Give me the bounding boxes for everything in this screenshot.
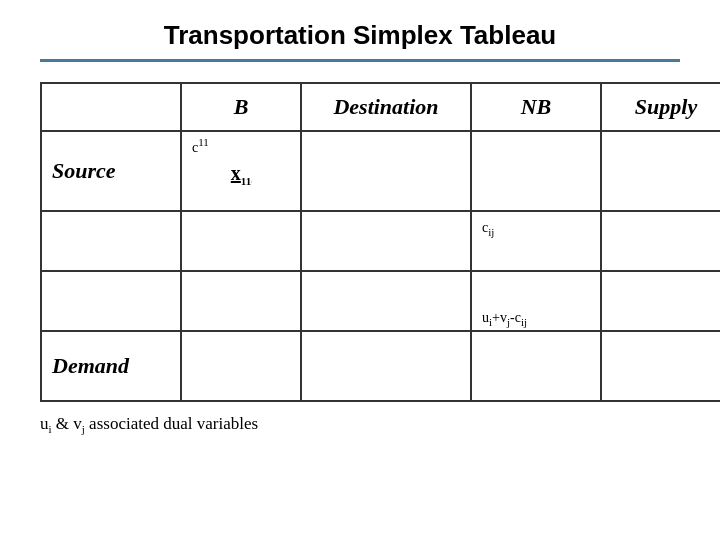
cell-c11: c11 x11 bbox=[181, 131, 301, 211]
source-label: Source bbox=[41, 131, 181, 211]
footer-note: ui & vj associated dual variables bbox=[40, 414, 680, 434]
plus-vj: +v bbox=[492, 310, 507, 325]
minus-cij: -c bbox=[510, 310, 521, 325]
header-empty bbox=[41, 83, 181, 131]
header-destination: Destination bbox=[301, 83, 471, 131]
page-title: Transportation Simplex Tableau bbox=[40, 20, 680, 51]
footer-mid: & v bbox=[52, 414, 82, 433]
cell-supply-row2 bbox=[601, 211, 720, 271]
cell-label-row2 bbox=[41, 211, 181, 271]
cell-b-row3 bbox=[181, 271, 301, 331]
x11-base: x bbox=[231, 162, 241, 184]
table-row-source: Source c11 x11 bbox=[41, 131, 720, 211]
footer-u: u bbox=[40, 414, 49, 433]
x11-sub: 11 bbox=[241, 175, 251, 187]
cell-dest-row3 bbox=[301, 271, 471, 331]
cell-nb-uv: ui+vj-cij bbox=[471, 271, 601, 331]
cell-supply-row1 bbox=[601, 131, 720, 211]
table-header-row: B Destination NB Supply bbox=[41, 83, 720, 131]
title-divider bbox=[40, 59, 680, 62]
cell-b-demand bbox=[181, 331, 301, 401]
cell-nb-demand bbox=[471, 331, 601, 401]
simplex-tableau: B Destination NB Supply Source c11 x11 bbox=[40, 82, 720, 402]
cell-label-row3 bbox=[41, 271, 181, 331]
header-b: B bbox=[181, 83, 301, 131]
footer-end: associated dual variables bbox=[85, 414, 258, 433]
cell-dest-demand bbox=[301, 331, 471, 401]
table-row-demand: Demand bbox=[41, 331, 720, 401]
cij-sub: ij bbox=[488, 226, 494, 238]
cij-sub2: ij bbox=[521, 316, 527, 328]
cell-b-row2 bbox=[181, 211, 301, 271]
cell-nb-row1 bbox=[471, 131, 601, 211]
header-nb: NB bbox=[471, 83, 601, 131]
ui-base: u bbox=[482, 310, 489, 325]
cell-supply-row3 bbox=[601, 271, 720, 331]
cell-dest-row2 bbox=[301, 211, 471, 271]
tableau-table-wrapper: B Destination NB Supply Source c11 x11 bbox=[40, 82, 680, 402]
cell-dest-row1 bbox=[301, 131, 471, 211]
header-supply: Supply bbox=[601, 83, 720, 131]
table-row-uv: ui+vj-cij bbox=[41, 271, 720, 331]
cell-nb-cij: cij bbox=[471, 211, 601, 271]
table-row-cij: cij bbox=[41, 211, 720, 271]
demand-label: Demand bbox=[41, 331, 181, 401]
cell-supply-demand bbox=[601, 331, 720, 401]
c11-sup: 11 bbox=[198, 136, 209, 148]
